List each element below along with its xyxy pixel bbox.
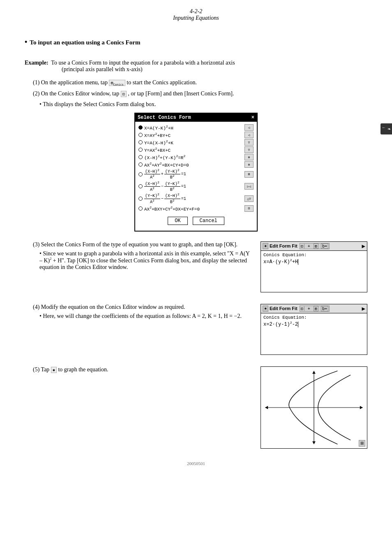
dialog-row-5: (X-H)2+(Y-K)2=R2 ⊕ bbox=[138, 154, 254, 160]
radio-3[interactable] bbox=[138, 140, 143, 144]
dialog-ok-button[interactable]: OK bbox=[168, 217, 187, 225]
page-header: 4-2-2 Inputting Equations bbox=[25, 8, 367, 25]
svg-marker-4 bbox=[312, 371, 316, 374]
eq-icon-10: ⊡ bbox=[244, 205, 254, 212]
main-heading: To input an equation using a Conics Form bbox=[25, 38, 367, 46]
eq-icon-2: ◁ bbox=[244, 132, 254, 138]
toolbar-form-3[interactable]: Form bbox=[279, 243, 291, 248]
editor-arrow-3[interactable]: ▶ bbox=[362, 243, 365, 250]
dialog-row-2: X=AY2+BY+C ◁ bbox=[138, 132, 254, 138]
dialog-title: Select Conics Form × bbox=[135, 114, 257, 122]
step-4-num: (4) Modify the equation on the Conics Ed… bbox=[33, 304, 185, 310]
dialog-row-3: Y=A(X-H)2+K ▽ bbox=[138, 139, 254, 146]
toolbar-btn-row-4: ⊡ + ⊞ b= bbox=[300, 306, 330, 312]
dialog-row-7: (X−H)2A2 + (Y−K)2B2 =1 ⊞ bbox=[138, 169, 254, 180]
step-2: (2) On the Conics Editor window, tap ⊡ ,… bbox=[25, 90, 367, 97]
radio-10[interactable] bbox=[138, 206, 143, 211]
eq-icon-3: ▽ bbox=[244, 139, 254, 146]
step-3-bullet: Since we want to graph a parabola with a… bbox=[25, 250, 252, 271]
radio-7[interactable] bbox=[138, 172, 143, 176]
step-2-num: (2) On the Conics Editor window, tap bbox=[33, 90, 121, 97]
conics-dialog: Select Conics Form × X=A(Y-K)2+H ◁ X=AY2… bbox=[134, 113, 258, 232]
dialog-row-4: Y=AX2+BX+C ▽ bbox=[138, 146, 254, 153]
dialog-row-9: (Y−K)2A2 − (X−H)2B2 =1 △▽ bbox=[138, 193, 254, 204]
example-indent: (principal axis parallel with x-axis) bbox=[25, 66, 367, 73]
toolbar-fit-4[interactable]: Fit bbox=[292, 306, 297, 311]
step-2-text2: , or tap [Form] and then [Insert Conics … bbox=[128, 90, 234, 97]
step-5-text: (5) Tap ✱ to graph the equation. bbox=[25, 366, 252, 375]
editor-body-3: Conics Equation: x=A·(y-K)2+H bbox=[261, 251, 367, 292]
radio-9[interactable] bbox=[138, 197, 143, 201]
eq-icon-4: ▽ bbox=[244, 146, 254, 153]
toolbar-btn-row-3: ⊡ + ⊞ b= bbox=[300, 243, 330, 249]
editor-equation-3: x=A·(y-K)2+H bbox=[263, 258, 364, 265]
toolbar-conics-icon-4: ✦ bbox=[263, 306, 268, 312]
step-3-editor: ✦ Edit Form Fit ⊡ + ⊞ b= ▶ Conics bbox=[261, 241, 367, 292]
dialog-body: X=A(Y-K)2+H ◁ X=AY2+BY+C ◁ Y=A(X-H)2+K ▽ bbox=[135, 122, 257, 231]
step-5-icon: ✱ bbox=[51, 367, 57, 373]
step-4-row: (4) Modify the equation on the Conics Ed… bbox=[25, 304, 367, 355]
step-3-row: (3) Select the Conics Form of the type o… bbox=[25, 241, 367, 292]
footer: 20050501 bbox=[25, 461, 367, 466]
dialog-row-1: X=A(Y-K)2+H ◁ bbox=[138, 124, 254, 131]
step-1-num: (1) On the application menu, tap bbox=[33, 79, 109, 86]
example-text: To use a Conics Form to input the equati… bbox=[50, 60, 235, 66]
step-3-text: (3) Select the Conics Form of the type o… bbox=[25, 241, 252, 271]
svg-marker-3 bbox=[265, 406, 268, 409]
example-label: Example: bbox=[25, 60, 48, 66]
eq-icon-7: ⊞ bbox=[244, 171, 254, 178]
eq-icon-8: ▷◁ bbox=[244, 183, 254, 190]
editor-window-4: ✦ Edit Form Fit ⊡ + ⊞ b= ▶ Conics bbox=[261, 304, 367, 355]
editor-label-4: Conics Equation: bbox=[263, 315, 364, 320]
step-1: (1) On the application menu, tap ⊞Conics… bbox=[25, 79, 367, 86]
dialog-row-10: AX2+BXY+CY2+DX+EY+F=0 ⊡ bbox=[138, 205, 254, 212]
eq-icon-5: ⊕ bbox=[244, 154, 254, 160]
toolbar-form-4[interactable]: Form bbox=[279, 306, 291, 311]
radio-2[interactable] bbox=[138, 133, 143, 137]
step-1-icon: ⊞Conics bbox=[109, 80, 125, 86]
dialog-row-6: AX2+AY2+BX+CY+D=0 ⊕ bbox=[138, 161, 254, 168]
step-2-icon: ⊡ bbox=[121, 91, 127, 97]
radio-4[interactable] bbox=[138, 148, 143, 152]
step-1-text2: to start the Conics application. bbox=[127, 79, 197, 86]
editor-label-3: Conics Equation: bbox=[263, 253, 364, 257]
svg-marker-5 bbox=[312, 441, 316, 444]
section-number: 4-2-2 bbox=[25, 8, 367, 15]
editor-window-3: ✦ Edit Form Fit ⊡ + ⊞ b= ▶ Conics bbox=[261, 241, 367, 292]
svg-marker-2 bbox=[360, 406, 363, 409]
editor-arrow-4[interactable]: ▶ bbox=[362, 305, 365, 312]
dialog-buttons: OK Cancel bbox=[138, 213, 254, 228]
toolbar-edit-4[interactable]: Edit bbox=[270, 306, 278, 311]
radio-1[interactable] bbox=[138, 125, 143, 130]
side-tab: ❧↓ bbox=[380, 123, 392, 134]
eq-icon-6: ⊕ bbox=[244, 161, 254, 168]
dialog-close-btn[interactable]: × bbox=[251, 115, 254, 120]
editor-body-4: Conics Equation: x=2·(y-1)2-2 bbox=[261, 313, 367, 354]
editor-toolbar-4: ✦ Edit Form Fit ⊡ + ⊞ b= ▶ bbox=[261, 304, 367, 313]
example-block: Example: To use a Conics Form to input t… bbox=[25, 60, 367, 73]
step-2-bullet: This displays the Select Conics Form dia… bbox=[25, 101, 367, 108]
dialog-cancel-button[interactable]: Cancel bbox=[193, 217, 224, 225]
step-5-text2: to graph the equation. bbox=[58, 366, 108, 373]
step-4-editor: ✦ Edit Form Fit ⊡ + ⊞ b= ▶ Conics bbox=[261, 304, 367, 355]
editor-toolbar-3: ✦ Edit Form Fit ⊡ + ⊞ b= ▶ bbox=[261, 242, 367, 251]
step-5-prefix: (5) Tap bbox=[33, 366, 51, 373]
graph-window: ⊞ bbox=[261, 366, 367, 449]
graph-corner-icon: ⊞ bbox=[359, 440, 365, 447]
page: 4-2-2 Inputting Equations ❧↓ To input an… bbox=[0, 0, 392, 556]
step-5-graph: ⊞ bbox=[261, 366, 367, 449]
radio-6[interactable] bbox=[138, 162, 143, 167]
step-5-row: (5) Tap ✱ to graph the equation. bbox=[25, 366, 367, 449]
eq-icon-1: ◁ bbox=[244, 124, 254, 131]
section-title: Inputting Equations bbox=[25, 15, 367, 21]
graph-svg bbox=[261, 367, 367, 448]
dialog-row-8: (X−H)2A2 − (Y−K)2B2 =1 ▷◁ bbox=[138, 181, 254, 192]
eq-icon-9: △▽ bbox=[244, 195, 254, 202]
step-4-bullet: Here, we will change the coefficients of… bbox=[25, 313, 252, 320]
editor-equation-4: x=2·(y-1)2-2 bbox=[263, 321, 364, 327]
toolbar-conics-icon: ✦ bbox=[263, 243, 268, 249]
radio-8[interactable] bbox=[138, 184, 143, 188]
toolbar-edit-3[interactable]: Edit bbox=[270, 243, 278, 248]
radio-5[interactable] bbox=[138, 155, 143, 159]
toolbar-fit-3[interactable]: Fit bbox=[292, 243, 297, 248]
